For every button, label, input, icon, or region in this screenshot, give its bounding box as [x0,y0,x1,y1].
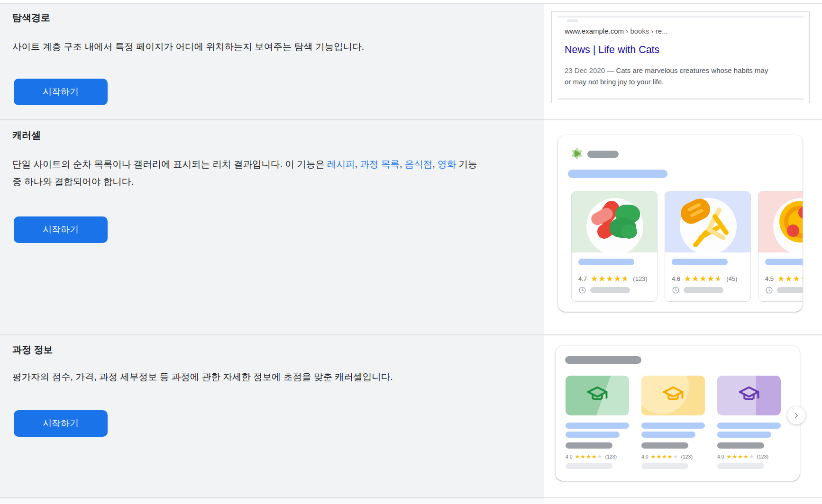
desc-text: , [432,159,438,169]
serp-breadcrumb-url: www.example.com › books › re... [565,27,668,35]
rating-score: 4.0 [641,454,648,459]
carousel-next-button[interactable] [787,406,805,424]
course-image-yellow [641,376,705,415]
placeholder-text-pill [587,151,619,158]
course-price-pill [566,463,612,469]
movie-link[interactable]: 영화 [438,159,456,169]
carousel-illustration: 4.7 ★★★★★★ (123) [558,135,803,312]
restaurant-link[interactable]: 음식점 [405,159,433,169]
serp-result-title: News | Life with Cats [565,44,659,56]
carousel-row-description: 단일 사이트의 순차 목록이나 갤러리에 표시되는 리치 결과입니다. 이 기능… [12,155,483,190]
rating-score: 4.7 [578,275,587,282]
breadcrumb-illustration: www.example.com › books › re... News | L… [551,11,810,103]
desc-text: , [355,159,360,169]
illustration-chip [567,19,578,22]
rating-score: 4.0 [566,454,573,459]
row-divider [0,119,822,120]
desc-text: , [400,159,405,169]
breadcrumb-row-description: 사이트 계층 구조 내에서 특정 페이지가 어디에 위치하는지 보여주는 탐색 … [12,38,482,55]
duration-row [765,286,803,294]
rating-row: 4.6 ★★★★★★ (45) [672,275,737,283]
course-info-row-description: 평가자의 점수, 가격, 과정 세부정보 등 과정에 관한 자세한 정보에 초점… [12,368,482,386]
course-price-pill [641,463,688,469]
course-item-purple: 4.0 ★★★★★ (123) [717,376,781,469]
star-rating: ★★★★★ [651,454,679,459]
review-count: (123) [633,275,647,282]
course-image-purple [717,376,781,415]
course-price-pill [717,463,764,469]
clock-icon [765,286,773,294]
course-item-yellow: 4.0 ★★★★★ (123) [641,376,705,469]
clock-icon [578,286,586,294]
recipe-link[interactable]: 레시피 [327,159,355,169]
course-provider-pill [566,442,612,449]
desc-text: 단일 사이트의 순차 목록이나 갤러리에 표시되는 리치 결과입니다. 이 기능… [12,159,327,169]
duration-pill [590,287,630,293]
course-provider-pill [641,442,688,449]
breadcrumb-get-started-button[interactable]: 시작하기 [14,79,108,105]
salad-image [572,191,657,252]
row-divider [0,3,822,4]
duration-pill [777,287,803,293]
rating-row: 4.7 ★★★★★★ (123) [578,275,648,283]
rating-row: 4.0 ★★★★★ (123) [717,453,781,460]
course-title-pill [566,423,629,429]
placeholder-title-pill [568,170,667,178]
course-info-get-started-button[interactable]: 시작하기 [14,410,108,437]
clock-icon [672,286,680,294]
item-title-pill [578,259,634,265]
carousel-get-started-button[interactable]: 시작하기 [14,216,108,243]
course-item-green: 4.0 ★★★★★ (123) [566,376,629,469]
carousel-item-pizza: 4.5 ★★★★★★ [758,191,803,302]
graduation-cap-icon [661,383,685,408]
next-row-background [0,498,544,504]
star-rating: ★★★★★★ [684,275,722,283]
duration-row [578,286,630,294]
review-count: (45) [726,275,737,282]
serp-result-snippet: 23 Dec 2020 — Cats are marvelous creatur… [565,65,773,88]
illustration-crop-edge [557,16,804,18]
course-list-link[interactable]: 과정 목록 [360,159,399,169]
star-rating: ★★★★★★ [777,275,803,283]
serp-url-domain: www.example.com [565,27,624,35]
placeholder-heading-pill [565,356,641,364]
graduation-cap-icon [585,383,610,408]
food-blob [787,225,799,237]
course-title-pill [717,423,781,429]
pizza-image [758,191,803,252]
rating-row: 4.0 ★★★★★ (123) [566,453,629,460]
review-count: (123) [605,454,617,459]
item-title-pill [765,259,803,265]
carousel-item-salad: 4.7 ★★★★★★ (123) [571,191,658,302]
review-count: (123) [757,454,768,459]
bread-fries-image [665,191,750,252]
course-image-green [566,376,629,415]
rating-row: 4.0 ★★★★★ (123) [641,453,705,460]
course-info-illustration: 4.0 ★★★★★ (123) 4.0 ★★★★★ [556,346,800,481]
duration-pill [684,287,723,293]
chevron-right-icon [792,411,801,420]
carousel-row-title: 캐러셀 [12,129,41,142]
star-rating: ★★★★★ [727,454,755,459]
rating-score: 4.5 [765,275,774,282]
search-gallery-page: 탐색경로 사이트 계층 구조 내에서 특정 페이지가 어디에 위치하는지 보여주… [0,0,822,504]
star-rating: ★★★★★★ [591,275,629,283]
star-rating: ★★★★★ [575,454,603,459]
course-title-pill [641,432,695,438]
rich-result-star-icon [569,146,585,162]
course-card-content: 4.0 ★★★★★ (123) 4.0 ★★★★★ [556,346,800,481]
course-title-pill [717,432,771,438]
breadcrumb-row-title: 탐색경로 [12,11,50,24]
rating-row: 4.5 ★★★★★★ [765,275,803,283]
food-blob [621,225,637,239]
item-title-pill [672,259,728,265]
duration-row [672,286,723,294]
carousel-item-bread-fries: 4.6 ★★★★★★ (45) [665,191,751,302]
review-count: (123) [681,454,693,459]
row-divider [0,334,822,335]
course-info-row-title: 과정 정보 [12,343,53,356]
rating-score: 4.6 [672,275,680,282]
illustration-crop-edge [557,98,804,100]
course-provider-pill [717,442,764,449]
graduation-cap-icon [737,383,761,408]
